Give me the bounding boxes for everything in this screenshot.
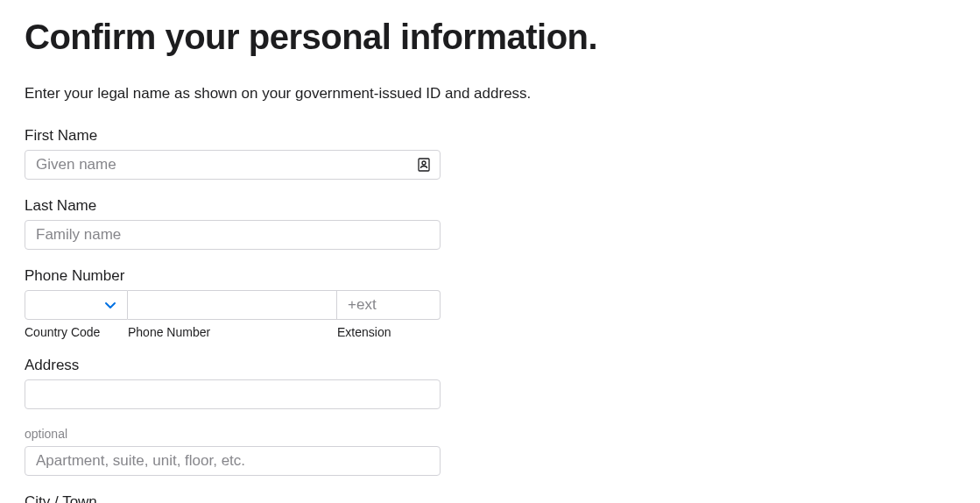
country-code-select[interactable] [25, 290, 128, 320]
phone-number-wrap [128, 290, 337, 320]
extension-sublabel: Extension [337, 325, 441, 339]
address-input[interactable] [25, 379, 441, 409]
phone-number-input[interactable] [128, 290, 337, 320]
address2-input[interactable] [25, 446, 441, 476]
phone-ext-wrap [337, 290, 441, 320]
first-name-group: First Name [25, 127, 441, 180]
city-label: City / Town [25, 493, 441, 503]
phone-group: Phone Number Country Code Phone Number E… [25, 267, 441, 339]
address2-group: optional [25, 427, 441, 476]
page-title: Confirm your personal information. [25, 18, 955, 57]
phone-label: Phone Number [25, 267, 441, 285]
address-label: Address [25, 357, 441, 374]
first-name-input[interactable] [25, 150, 441, 180]
first-name-input-wrap [25, 150, 441, 180]
country-code-sublabel: Country Code [25, 325, 128, 339]
last-name-group: Last Name [25, 197, 441, 250]
city-group: City / Town [25, 493, 441, 503]
page-subtitle: Enter your legal name as shown on your g… [25, 85, 955, 103]
address-group: Address [25, 357, 441, 409]
first-name-label: First Name [25, 127, 441, 145]
last-name-input[interactable] [25, 220, 441, 250]
last-name-label: Last Name [25, 197, 441, 215]
phone-sublabels: Country Code Phone Number Extension [25, 325, 441, 339]
chevron-down-icon [104, 299, 116, 311]
phone-number-sublabel: Phone Number [128, 325, 337, 339]
phone-ext-input[interactable] [337, 290, 441, 320]
form-container: First Name Last Name Phone Number [25, 127, 441, 503]
phone-row [25, 290, 441, 320]
address2-label: optional [25, 427, 441, 441]
